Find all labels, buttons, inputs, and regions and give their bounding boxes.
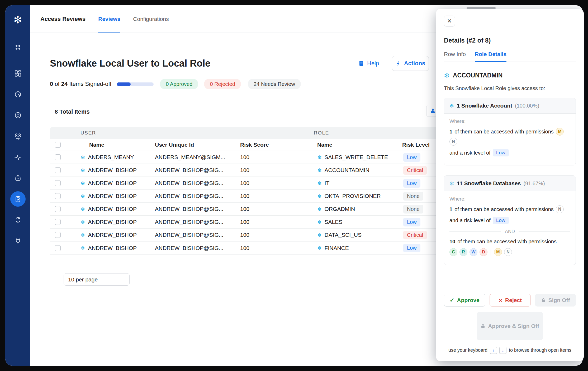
snowflake-icon [80, 180, 85, 186]
risk-level-badge: None [403, 192, 423, 201]
pie-chart-icon[interactable] [10, 87, 26, 102]
details-panel: Details (#2 of 8) Row Info Role Details … [436, 9, 584, 361]
col-user-unique-id: User Unique Id [145, 139, 227, 151]
user-unique-id: ANDREW_BISHOP@SIG... [145, 177, 227, 189]
keyboard-hint-pre: use your keyboard [448, 347, 487, 353]
snowflake-icon [444, 72, 450, 79]
row-checkbox[interactable] [55, 154, 61, 160]
integrations-icon[interactable] [10, 233, 26, 249]
lock-icon [481, 324, 485, 328]
and-divider: AND [449, 229, 570, 234]
permission-chip: W [470, 248, 477, 256]
col-user-name: Name [79, 139, 145, 151]
reject-button[interactable]: Reject [490, 294, 531, 307]
snowflake-icon [80, 232, 85, 238]
sign-off-button[interactable]: Sign Off [535, 294, 576, 307]
select-all-checkbox[interactable] [55, 142, 61, 148]
snowflake-icon [317, 193, 322, 199]
signoff-summary: 0 of 24 Items Signed-off 0 Approved 0 Re… [50, 78, 301, 90]
snowflake-icon [317, 206, 322, 212]
row-checkbox[interactable] [55, 167, 61, 173]
table-row[interactable]: ANDREW_BISHOP ANDREW_BISHOP@SIG... 100 A… [50, 164, 468, 177]
keyboard-hint-post: to browse through open items [509, 347, 571, 353]
bot-icon[interactable] [10, 170, 26, 186]
access-card-title: 11 Snowflake Databases [457, 180, 521, 187]
table-row[interactable]: ANDREW_BISHOP ANDREW_BISHOP@SIG... 100 O… [50, 190, 468, 203]
table-row[interactable]: ANDERS_MEANY ANDERS_MEANY@SIGM... 100 SA… [50, 151, 468, 164]
role-name: ACCOUNTADMIN [325, 167, 369, 173]
user-name: ANDREW_BISHOP [88, 232, 137, 238]
details-title: Details (#2 of 8) [444, 37, 576, 44]
user-name: ANDERS_MEANY [88, 154, 134, 160]
role-name: DATA_SCI_US [325, 232, 362, 238]
donut-chart-icon[interactable] [10, 108, 26, 123]
snowflake-icon [317, 168, 322, 173]
risk-level-badge: None [403, 205, 423, 214]
rejected-badge: 0 Rejected [204, 79, 241, 89]
approve-label: Approve [457, 297, 480, 303]
access-card-header: 1 Snowflake Account (100.00%) [444, 98, 576, 114]
row-checkbox[interactable] [55, 180, 61, 186]
details-tabs: Row Info Role Details [444, 51, 576, 62]
x-icon [499, 297, 502, 303]
tab-reviews[interactable]: Reviews [98, 5, 120, 33]
dashboard-icon[interactable] [10, 66, 26, 81]
user-unique-id: ANDREW_BISHOP@SIG... [145, 164, 227, 177]
close-icon[interactable] [444, 16, 455, 27]
row-checkbox[interactable] [55, 193, 61, 199]
snowflake-icon [80, 193, 85, 199]
snowflake-icon [80, 245, 85, 251]
activity-icon[interactable] [10, 150, 26, 165]
permission-line: 1 of them can be accessed with permissio… [449, 128, 570, 146]
approve-and-sign-off-button[interactable]: Approve & Sign Off [477, 312, 543, 341]
permission-chip: C [449, 248, 457, 256]
table-row[interactable]: ANDREW_BISHOP ANDREW_BISHOP@SIG... 100 I… [50, 177, 468, 190]
keyboard-hint: use your keyboard to browse through open… [444, 347, 576, 354]
tab-configurations[interactable]: Configurations [133, 5, 169, 33]
user-unique-id: ANDREW_BISHOP@SIG... [145, 229, 227, 241]
risk-level-badge: Low [403, 179, 420, 188]
per-page-select[interactable]: 10 per page [64, 273, 130, 286]
role-name: SALES [325, 219, 343, 225]
and-label: AND [505, 229, 515, 234]
table-row[interactable]: ANDREW_BISHOP ANDREW_BISHOP@SIG... 100 O… [50, 203, 468, 216]
reject-label: Reject [505, 297, 522, 303]
help-button[interactable]: Help [358, 60, 379, 67]
row-checkbox[interactable] [55, 219, 61, 225]
tab-role-details[interactable]: Role Details [475, 51, 506, 62]
count-value: 1 [449, 206, 452, 212]
identity-sync-icon[interactable] [10, 128, 26, 144]
snowflake-icon [80, 168, 85, 173]
risk-score: 100 [227, 190, 310, 202]
cycle-icon[interactable] [10, 212, 26, 228]
role-name: IT [325, 180, 330, 186]
role-header: ACCOUNTADMIN [444, 72, 576, 79]
row-checkbox[interactable] [55, 206, 61, 212]
apps-icon[interactable] [10, 40, 26, 55]
signoff-progress-fill [117, 82, 131, 86]
table-row[interactable]: ANDREW_BISHOP ANDREW_BISHOP@SIG... 100 F… [50, 242, 468, 254]
row-checkbox[interactable] [55, 245, 61, 251]
access-card-header: 11 Snowflake Databases (91.67%) [444, 176, 576, 191]
risk-line: and a risk level of Low [449, 217, 570, 224]
role-name: ORGADMIN [325, 206, 355, 212]
snowflake-icon [80, 219, 85, 225]
table-row[interactable]: ANDREW_BISHOP ANDREW_BISHOP@SIG... 100 D… [50, 229, 468, 242]
snowflake-icon [80, 206, 85, 212]
permission-text: of them can be accessed with permissions [454, 206, 554, 212]
access-reviews-icon[interactable] [10, 191, 26, 207]
approve-button[interactable]: Approve [444, 294, 485, 307]
risk-score: 100 [227, 216, 310, 228]
tab-row-info[interactable]: Row Info [444, 51, 466, 62]
table-row[interactable]: ANDREW_BISHOP ANDREW_BISHOP@SIG... 100 S… [50, 216, 468, 229]
permission-text: of them can be accessed with permissions [454, 129, 554, 135]
actions-button[interactable]: Actions [392, 56, 429, 71]
snowflake-icon [449, 181, 454, 186]
risk-level-badge: Critical [403, 166, 427, 175]
risk-score: 100 [227, 151, 310, 164]
col-role-name: Name [310, 139, 393, 151]
permission-line: 10 of them can be accessed with permissi… [449, 239, 570, 245]
user-name: ANDREW_BISHOP [88, 193, 137, 199]
permission-chip: M [556, 128, 564, 136]
row-checkbox[interactable] [55, 232, 61, 238]
